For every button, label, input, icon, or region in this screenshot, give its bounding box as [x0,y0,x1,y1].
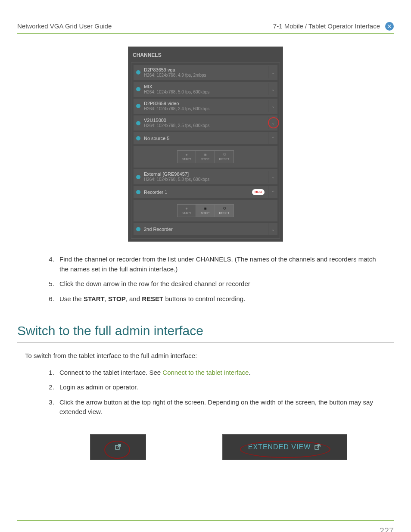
btn-label: RESET [219,157,229,162]
header-left: Networked VGA Grid User Guide [17,22,112,31]
channel-spec: H264: 1024x768, 5.0 fps, 600kbps [144,90,266,95]
step-2: Login as admin or operator. [56,383,377,392]
btn-label: STOP [201,157,209,162]
btn-label: STOP [201,211,209,216]
reset-button[interactable]: ↻RESET [215,150,234,163]
t: buttons to control recording. [163,295,245,302]
step-5: Click the down arrow in the row for the … [56,279,377,289]
status-dot-icon [136,227,140,231]
btn-label: START [182,211,191,216]
t: Use the [59,295,84,302]
highlight-annotation [268,117,279,128]
btn-label: RESET [219,211,229,216]
rec-badge: REC [252,189,265,195]
chevron-up-icon[interactable]: ⌃ [268,132,277,144]
chevron-down-icon[interactable]: ⌄ [268,171,277,183]
stop-icon: ■ [204,152,206,157]
step-3: Click the arrow button at the top right … [56,398,377,417]
chevron-down-icon[interactable]: ⌄ [268,117,277,129]
start-button[interactable]: ●START [177,204,196,217]
t: , [105,295,108,302]
t: Connect to the tablet interface. See [59,369,162,376]
channel-spec: H264: 1024x768, 5.3 fps, 600kbps [144,177,266,182]
status-dot-icon [136,190,140,194]
channel-text: MIX H264: 1024x768, 5.0 fps, 600kbps [144,84,266,95]
highlight-annotation [104,441,130,459]
list-item[interactable]: D2P83659.vga H264: 1024x768, 4.9 fps, 2m… [133,65,278,81]
header-right: 7-1 Mobile / Tablet Operator Interface [273,22,380,31]
instruction-list-1: Find the channel or recorder from the li… [56,255,377,304]
reset-button[interactable]: ↻RESET [215,204,234,217]
chevron-down-icon[interactable]: ⌄ [268,83,277,95]
list-item[interactable]: D2P83659.video H264: 1024x768, 2.4 fps, … [133,98,278,114]
list-item[interactable]: 2nd Recorder ⌄ [133,223,278,236]
chevron-down-icon[interactable]: ⌄ [268,66,277,78]
stop-icon: ■ [204,206,206,211]
status-dot-icon [136,175,140,179]
page-header: Networked VGA Grid User Guide 7-1 Mobile… [17,22,394,34]
channel-text: External [GRE98457] H264: 1024x768, 5.3 … [144,171,266,182]
list-item[interactable]: No source 5 ⌃ [133,132,278,145]
channel-text: 2nd Recorder [144,227,266,232]
channel-name: V2U15000 [144,118,266,123]
channel-text: No source 5 [144,136,266,141]
t: RESET [142,295,163,302]
screenshot-container: CHANNELS D2P83659.vga H264: 1024x768, 4.… [17,47,394,242]
list-item[interactable]: External [GRE98457] H264: 1024x768, 5.3 … [133,169,278,185]
highlight-annotation [240,441,330,458]
chevron-down-icon[interactable]: ⌄ [268,223,277,235]
channel-text: D2P83659.vga H264: 1024x768, 4.9 fps, 2m… [144,67,266,78]
status-dot-icon [136,104,140,108]
btn-label: START [182,157,191,162]
section-heading: Switch to the full admin interface [17,321,394,342]
channel-spec: H264: 1024x768, 2.5 fps, 600kbps [144,123,266,128]
recording-controls: ●START ■STOP ↻RESET [133,146,278,168]
record-icon: ● [185,152,188,157]
channel-text: V2U15000 H264: 1024x768, 2.5 fps, 600kbp… [144,118,266,128]
channel-text: D2P83659.video H264: 1024x768, 2.4 fps, … [144,101,266,112]
t: START [84,295,105,302]
t: . [249,369,250,376]
step-1: Connect to the tablet interface. See Con… [56,368,377,378]
record-icon: ● [185,206,188,211]
list-item[interactable]: Recorder 1 REC ⌃ [133,186,278,199]
instruction-list-2: Connect to the tablet interface. See Con… [56,368,377,417]
channel-name: D2P83659.vga [144,67,266,73]
channel-name: No source 5 [144,136,266,141]
extended-view-button-small[interactable] [90,434,146,460]
status-dot-icon [136,87,140,91]
stop-button[interactable]: ■STOP [196,150,215,163]
t: STOP [108,295,126,302]
channel-text: Recorder 1 [144,190,252,195]
start-button[interactable]: ●START [177,150,196,163]
reset-icon: ↻ [223,206,226,211]
header-right-wrap: 7-1 Mobile / Tablet Operator Interface [273,22,394,31]
list-item[interactable]: V2U15000 H264: 1024x768, 2.5 fps, 600kbp… [133,115,278,131]
status-dot-icon [136,121,140,125]
panel-title: CHANNELS [131,50,280,62]
example-buttons-row: EXTENDED VIEW [60,434,377,460]
t: , and [126,295,142,302]
connect-link[interactable]: Connect to the tablet interface [162,369,249,376]
step-4: Find the channel or recorder from the li… [56,255,377,274]
recording-controls: ●START ■STOP ↻RESET [133,199,278,222]
channel-name: 2nd Recorder [144,227,266,232]
channel-name: MIX [144,84,266,90]
chevron-up-icon[interactable]: ⌃ [268,186,277,198]
channel-name: Recorder 1 [144,190,252,195]
reset-icon: ↻ [223,152,226,157]
channels-panel: CHANNELS D2P83659.vga H264: 1024x768, 4.… [128,47,283,242]
channel-name: External [GRE98457] [144,171,266,177]
section-intro: To switch from the tablet interface to t… [25,351,394,361]
chevron-down-icon[interactable]: ⌄ [268,100,277,112]
tools-icon [385,22,394,31]
list-item[interactable]: MIX H264: 1024x768, 5.0 fps, 600kbps ⌄ [133,81,278,97]
channel-name: D2P83659.video [144,101,266,106]
stop-button[interactable]: ■STOP [196,204,215,217]
channel-spec: H264: 1024x768, 2.4 fps, 600kbps [144,106,266,112]
step-6: Use the START, STOP, and RESET buttons t… [56,294,377,304]
channel-spec: H264: 1024x768, 4.9 fps, 2mbps [144,73,266,78]
status-dot-icon [136,70,140,75]
page-number: 227 [380,526,394,532]
extended-view-button-large[interactable]: EXTENDED VIEW [222,434,347,460]
